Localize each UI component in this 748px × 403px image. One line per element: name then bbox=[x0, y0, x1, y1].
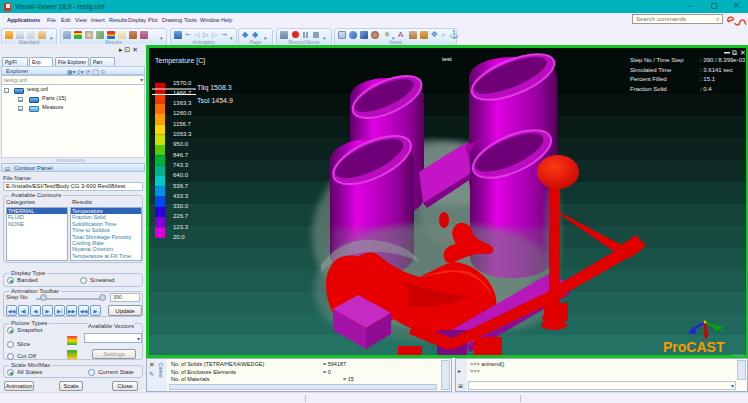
svg-text:433.3: 433.3 bbox=[173, 193, 189, 199]
svg-text:536.7: 536.7 bbox=[173, 183, 189, 189]
svg-text:Percent Filled: Percent Filled bbox=[630, 76, 667, 82]
svg-text:330.0: 330.0 bbox=[173, 203, 189, 209]
svg-text:: 390 / 8.399e-03: : 390 / 8.399e-03 bbox=[700, 57, 746, 63]
svg-text:: 0.4: : 0.4 bbox=[700, 86, 712, 92]
svg-text:test: test bbox=[442, 56, 452, 62]
svg-text:Step No / Time Step: Step No / Time Step bbox=[630, 57, 684, 63]
svg-text:1260.0: 1260.0 bbox=[173, 110, 192, 116]
svg-text:✕: ✕ bbox=[740, 49, 746, 56]
svg-text:Simulated Time: Simulated Time bbox=[630, 67, 672, 73]
svg-text:Tliq 1508.3: Tliq 1508.3 bbox=[197, 84, 232, 92]
svg-text:1156.7: 1156.7 bbox=[173, 121, 192, 127]
svg-text:950.0: 950.0 bbox=[173, 141, 189, 147]
svg-text:: 3.6141 sec: : 3.6141 sec bbox=[700, 67, 733, 73]
svg-text:⧉: ⧉ bbox=[732, 49, 737, 56]
svg-text:123.3: 123.3 bbox=[173, 224, 189, 230]
svg-text:226.7: 226.7 bbox=[173, 213, 189, 219]
svg-text:20.0: 20.0 bbox=[173, 234, 185, 240]
svg-text:846.7: 846.7 bbox=[173, 152, 189, 158]
svg-text:1570.0: 1570.0 bbox=[173, 80, 192, 86]
svg-text:640.0: 640.0 bbox=[173, 172, 189, 178]
svg-text:743.3: 743.3 bbox=[173, 162, 189, 168]
svg-text:: 15.1: : 15.1 bbox=[700, 76, 716, 82]
svg-text:Tsol 1454.9: Tsol 1454.9 bbox=[197, 97, 233, 104]
svg-text:1363.3: 1363.3 bbox=[173, 100, 192, 106]
svg-text:Temperature [C]: Temperature [C] bbox=[155, 57, 205, 65]
svg-text:Fraction Solid: Fraction Solid bbox=[630, 86, 667, 92]
svg-text:1053.3: 1053.3 bbox=[173, 131, 192, 137]
svg-text:ProCAST: ProCAST bbox=[663, 339, 725, 355]
